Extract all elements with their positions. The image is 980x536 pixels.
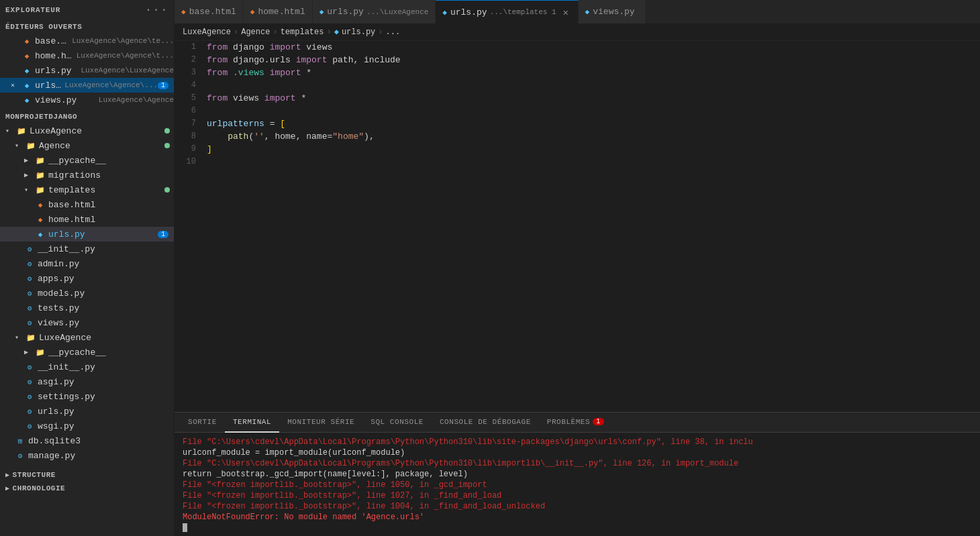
- open-editor-urls-1[interactable]: ◆ urls.py LuxeAgence\LuxeAgence: [0, 63, 174, 78]
- tree-views-py[interactable]: ⚙ views.py: [0, 315, 174, 330]
- explorer-menu-icon[interactable]: ···: [145, 4, 168, 16]
- py-file-icon: ⚙: [24, 406, 35, 417]
- folder-icon: 📁: [16, 125, 27, 136]
- terminal-line: File "<frozen importlib._bootstrap>", li…: [183, 480, 972, 490]
- tree-urls-luxe[interactable]: ⚙ urls.py: [0, 404, 174, 419]
- tab-home-html[interactable]: ◆ home.html: [244, 0, 313, 23]
- folder-icon: 📁: [35, 184, 46, 195]
- expand-icon: ▶: [24, 171, 35, 179]
- html-file-icon: ◆: [35, 199, 46, 210]
- py-file-icon: ⚙: [24, 288, 35, 299]
- tab-html-icon: ◆: [181, 7, 186, 16]
- open-editor-base-html[interactable]: ◆ base.html LuxeAgence\Agence\te...: [0, 34, 174, 48]
- py-file-icon: ⚙: [24, 317, 35, 328]
- py-file-icon: ◆: [21, 80, 32, 91]
- terminal-output: File "C:\Users\cdevl\AppData\Local\Progr…: [175, 433, 980, 536]
- tab-close-button[interactable]: ✕: [560, 7, 571, 17]
- panel-tab-debug[interactable]: CONSOLE DE DÉBOGAGE: [432, 413, 539, 433]
- tree-wsgi-py[interactable]: ⚙ wsgi.py: [0, 419, 174, 433]
- code-line-10: 10: [175, 156, 980, 168]
- folder-icon: 📁: [35, 170, 46, 180]
- tree-urls-py-agence[interactable]: ◆ urls.py 1: [0, 227, 174, 242]
- open-editor-urls-2[interactable]: ✕ ◆ urls.py LuxeAgence\Agence\... 1: [0, 78, 174, 93]
- structure-header[interactable]: ▶ STRUCTURE: [0, 468, 174, 482]
- py-file-icon: ◆: [21, 65, 32, 76]
- tab-urls-py-2[interactable]: ◆ urls.py ...\templates 1 ✕: [436, 0, 578, 23]
- code-line-3: 3 from .views import *: [175, 66, 980, 79]
- html-file-icon: ◆: [35, 214, 46, 225]
- py-file-icon: ⚙: [24, 391, 35, 402]
- tree-asgi-py[interactable]: ⚙ asgi.py: [0, 374, 174, 389]
- folder-icon: 📁: [35, 155, 46, 166]
- open-editor-home-html[interactable]: ◆ home.html LuxeAgence\Agence\t...: [0, 48, 174, 63]
- main-area: EXPLORATEUR ··· ÉDITEURS OUVERTS ◆ base.…: [0, 0, 980, 536]
- py-file-icon: ⚙: [24, 244, 35, 254]
- html-file-icon: ◆: [21, 50, 32, 61]
- tree-init-luxe[interactable]: ⚙ __init__.py: [0, 360, 174, 374]
- panel-tab-terminal[interactable]: TERMINAL: [225, 413, 279, 433]
- panel-tab-sql[interactable]: SQL CONSOLE: [362, 413, 432, 433]
- tree-luxeagence-sub[interactable]: ▾ 📁 LuxeAgence: [0, 330, 174, 345]
- terminal-line-module-error: ModuleNotFoundError: No module named 'Ag…: [183, 512, 972, 523]
- tree-templates[interactable]: ▾ 📁 templates: [0, 182, 174, 197]
- expand-icon: ▾: [24, 186, 35, 194]
- py-file-icon: ⚙: [24, 362, 35, 372]
- folder-icon: 📁: [35, 347, 46, 358]
- open-editor-views[interactable]: ◆ views.py LuxeAgence\Agence: [0, 93, 174, 107]
- py-file-icon: ◆: [35, 229, 46, 239]
- code-line-5: 5 from views import *: [175, 92, 980, 105]
- db-file-icon: ⊞: [15, 435, 26, 446]
- tree-apps-py[interactable]: ⚙ apps.py: [0, 271, 174, 286]
- panel-tab-bar: SORTIE TERMINAL MONITEUR SÉRIE SQL CONSO…: [175, 413, 980, 433]
- code-line-9: 9 ]: [175, 143, 980, 156]
- py-file-icon: ⚙: [15, 450, 26, 461]
- terminal-line: File "<frozen importlib._bootstrap>", li…: [183, 501, 972, 512]
- tree-admin-py[interactable]: ⚙ admin.py: [0, 256, 174, 271]
- terminal-cursor: [183, 523, 187, 532]
- code-editor[interactable]: 1 from django import views 2 from django…: [175, 41, 980, 412]
- tab-py-icon: ◆: [585, 7, 590, 16]
- panel-tab-sortie[interactable]: SORTIE: [180, 413, 225, 433]
- bottom-panel: SORTIE TERMINAL MONITEUR SÉRIE SQL CONSO…: [175, 412, 980, 536]
- expand-icon: ▶: [24, 348, 35, 356]
- html-file-icon: ◆: [21, 36, 32, 46]
- tree-pycache-2[interactable]: ▶ 📁 __pycache__: [0, 345, 174, 360]
- panel-tab-moniteur[interactable]: MONITEUR SÉRIE: [279, 413, 362, 433]
- terminal-line: File "C:\Users\cdevl\AppData\Local\Progr…: [183, 437, 972, 447]
- tree-init-agence[interactable]: ⚙ __init__.py: [0, 242, 174, 256]
- project-section: MONPROJETDJANGO: [0, 110, 174, 123]
- tree-settings-py[interactable]: ⚙ settings.py: [0, 389, 174, 404]
- tree-migrations[interactable]: ▶ 📁 migrations: [0, 168, 174, 182]
- tab-bar: ◆ base.html ◆ home.html ◆ urls.py ...\Lu…: [175, 0, 980, 23]
- tree-home-html[interactable]: ◆ home.html: [0, 212, 174, 227]
- tree-db-sqlite[interactable]: ⊞ db.sqlite3: [0, 433, 174, 448]
- close-icon[interactable]: ✕: [11, 81, 21, 89]
- tab-base-html[interactable]: ◆ base.html: [175, 0, 244, 23]
- code-line-1: 1 from django import views: [175, 41, 980, 54]
- tree-luxeagence-root[interactable]: ▾ 📁 LuxeAgence: [0, 123, 174, 138]
- py-file-icon: ⚙: [24, 258, 35, 269]
- code-line-4: 4: [175, 79, 980, 92]
- tab-py-icon: ◆: [320, 7, 324, 16]
- tab-html-icon: ◆: [250, 7, 255, 16]
- py-file-icon: ⚙: [24, 421, 35, 431]
- app-container: EXPLORATEUR ··· ÉDITEURS OUVERTS ◆ base.…: [0, 0, 980, 536]
- tree-manage-py[interactable]: ⚙ manage.py: [0, 448, 174, 463]
- tab-views-py[interactable]: ◆ views.py: [579, 0, 646, 23]
- terminal-line: File "C:\Users\cdevl\AppData\Local\Progr…: [183, 458, 972, 469]
- tree-base-html[interactable]: ◆ base.html: [0, 197, 174, 212]
- py-file-icon: ⚙: [24, 376, 35, 387]
- folder-icon: 📁: [26, 332, 36, 343]
- code-line-6: 6: [175, 105, 980, 117]
- tree-tests-py[interactable]: ⚙ tests.py: [0, 301, 174, 315]
- chronologie-header[interactable]: ▶ CHRONOLOGIE: [0, 482, 174, 495]
- sidebar: EXPLORATEUR ··· ÉDITEURS OUVERTS ◆ base.…: [0, 0, 175, 536]
- breadcrumb: LuxeAgence › Agence › templates › ◆ urls…: [175, 23, 980, 41]
- tree-models-py[interactable]: ⚙ models.py: [0, 286, 174, 301]
- tree-pycache-1[interactable]: ▶ 📁 __pycache__: [0, 153, 174, 168]
- panel-tab-problemes[interactable]: PROBLÈMES 1: [539, 413, 612, 433]
- tree-agence[interactable]: ▾ 📁 Agence: [0, 138, 174, 153]
- expand-icon: ▾: [15, 333, 26, 341]
- expand-icon: ▾: [15, 142, 26, 150]
- tab-urls-py-1[interactable]: ◆ urls.py ...\LuxeAgence: [313, 0, 436, 23]
